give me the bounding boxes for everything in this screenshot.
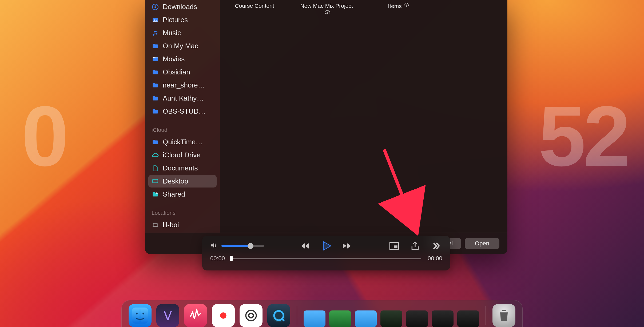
sidebar-section-icloud: iCloud: [148, 118, 217, 135]
pip-button[interactable]: [388, 240, 401, 252]
shared-icon: ⋯: [152, 191, 159, 198]
sidebar-item-label: QuickTime…: [163, 138, 202, 146]
dock-app-quicktime[interactable]: [267, 304, 290, 327]
sidebar-item-label: Obsidian: [163, 68, 190, 76]
file-item-label: Items: [388, 3, 401, 9]
cloud-download-icon: [324, 10, 330, 17]
cloud-download-icon: [403, 2, 409, 10]
sidebar-item-label: iCloud Drive: [163, 151, 201, 159]
sidebar-item-music[interactable]: Music: [148, 27, 217, 39]
more-button[interactable]: [430, 240, 442, 252]
sidebar-item-documents[interactable]: Documents: [148, 162, 217, 174]
share-button[interactable]: [409, 240, 422, 252]
svg-rect-8: [153, 223, 157, 226]
volume-control[interactable]: [210, 241, 264, 250]
sidebar-item-movies[interactable]: Movies: [148, 53, 217, 65]
sidebar-item-label: Pictures: [163, 16, 188, 24]
dock-mini-folder-blue-1[interactable]: [304, 310, 325, 327]
folder-icon: [152, 108, 159, 115]
dock-app-finder[interactable]: [129, 304, 152, 327]
dock-mini-folder-blue-2[interactable]: [355, 310, 377, 327]
cloud-icon: [152, 151, 159, 159]
folder-icon: [152, 138, 159, 146]
laptop-icon: [152, 221, 159, 229]
volume-slider[interactable]: [221, 245, 264, 247]
volume-icon: [210, 241, 218, 250]
file-item[interactable]: Course Content: [228, 2, 281, 18]
svg-point-12: [142, 313, 144, 314]
dock-separator: [486, 306, 486, 325]
download-icon: [152, 3, 159, 11]
sidebar-item-near-shore-[interactable]: near_shore…: [148, 79, 217, 91]
dock-separator: [297, 306, 297, 325]
sidebar-item-on-my-mac[interactable]: On My Mac: [148, 40, 217, 52]
trash-icon[interactable]: [492, 304, 515, 327]
sidebar-item-label: lil-boi: [163, 221, 179, 229]
dock-app-record[interactable]: [212, 304, 235, 327]
sidebar-item-obs-stud-[interactable]: OBS-STUD…: [148, 105, 217, 118]
sidebar-item-label: Downloads: [163, 3, 197, 11]
svg-point-11: [136, 313, 138, 314]
folder-icon: [152, 42, 159, 50]
document-icon: [152, 165, 159, 172]
sidebar-item-shared[interactable]: ⋯Shared: [148, 188, 217, 201]
sidebar-item-label: Aunt Kathy…: [163, 94, 204, 102]
open-dialog-content[interactable]: Course ContentNew Mac Mix ProjectItems: [220, 0, 507, 233]
dock: [121, 300, 523, 327]
svg-point-2: [154, 19, 154, 20]
time-remaining: 00:00: [428, 255, 442, 262]
folder-icon: [152, 95, 159, 102]
sidebar-item-obsidian[interactable]: Obsidian: [148, 66, 217, 78]
svg-point-14: [249, 313, 253, 318]
svg-text:⋯: ⋯: [156, 193, 157, 194]
sidebar-item-label: Desktop: [163, 177, 188, 185]
sidebar-item-label: near_shore…: [163, 81, 205, 89]
open-button[interactable]: Open: [465, 238, 499, 249]
dock-mini-term-4[interactable]: [457, 310, 479, 327]
file-item-label: New Mac Mix Project: [300, 3, 353, 9]
media-controls-overlay: 00:00 00:00: [202, 236, 450, 270]
open-file-dialog: DownloadsPicturesMusicOn My MacMoviesObs…: [145, 0, 507, 254]
sidebar-item-label: Documents: [163, 164, 198, 172]
sidebar-item-label: Shared: [163, 190, 185, 198]
dock-app-activity[interactable]: [184, 304, 207, 327]
folder-icon: [152, 69, 159, 76]
file-item[interactable]: New Mac Mix Project: [300, 2, 353, 18]
sidebar-item-desktop[interactable]: Desktop: [148, 175, 217, 188]
sidebar-item-aunt-kathy-[interactable]: Aunt Kathy…: [148, 92, 217, 105]
dock-mini-term-2[interactable]: [406, 310, 428, 327]
sidebar-item-icloud-drive[interactable]: iCloud Drive: [148, 149, 217, 161]
dock-mini-folder-green[interactable]: [329, 310, 351, 327]
dock-app-chatgpt[interactable]: [240, 304, 263, 327]
file-item[interactable]: Items: [372, 2, 425, 18]
sidebar-item-quicktime-[interactable]: QuickTime…: [148, 136, 217, 148]
sidebar-item-pictures[interactable]: Pictures: [148, 14, 217, 26]
sidebar-section-locations: Locations: [148, 201, 217, 218]
image-icon: [152, 16, 159, 24]
sidebar-item-label: On My Mac: [163, 42, 198, 50]
dock-app-xcode[interactable]: [156, 304, 179, 327]
timeline-slider[interactable]: [231, 258, 421, 259]
sidebar-item-label: Music: [163, 29, 181, 37]
play-button[interactable]: [320, 240, 332, 252]
sidebar-item-lil-boi[interactable]: lil-boi: [148, 219, 217, 231]
dock-mini-term-1[interactable]: [380, 310, 402, 327]
music-icon: [152, 29, 159, 37]
file-item-label: Course Content: [235, 3, 274, 9]
open-dialog-sidebar: DownloadsPicturesMusicOn My MacMoviesObs…: [145, 0, 220, 233]
sidebar-item-label: Movies: [163, 55, 185, 63]
folder-icon: [152, 82, 159, 89]
desktop-icon: [152, 178, 159, 185]
rewind-button[interactable]: [299, 240, 312, 252]
time-elapsed: 00:00: [210, 255, 225, 262]
movie-icon: [152, 55, 159, 63]
dock-mini-term-3[interactable]: [432, 310, 454, 327]
fast-forward-button[interactable]: [340, 240, 353, 252]
svg-point-13: [220, 312, 226, 318]
svg-rect-5: [153, 179, 158, 183]
sidebar-item-label: OBS-STUD…: [163, 107, 205, 115]
sidebar-item-downloads[interactable]: Downloads: [148, 1, 217, 13]
